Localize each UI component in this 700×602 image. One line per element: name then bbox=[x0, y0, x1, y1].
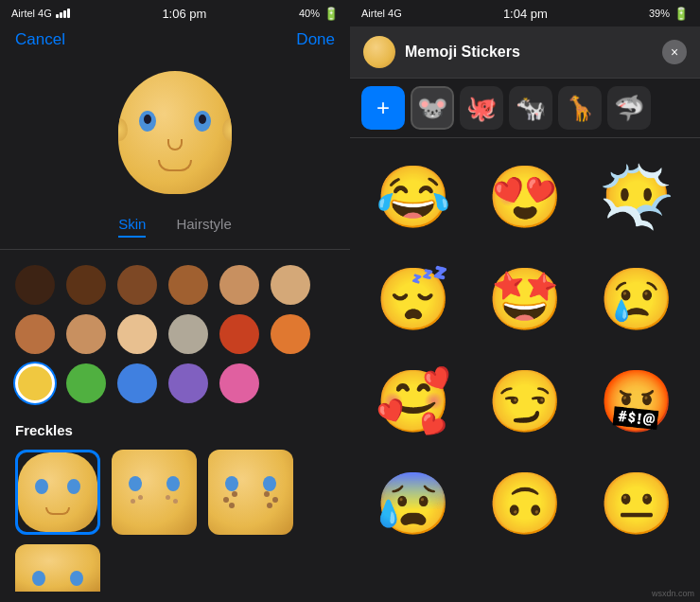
color-dot[interactable] bbox=[117, 314, 157, 354]
right-status-right: 39% 🔋 bbox=[649, 7, 689, 21]
memoji-stickers-header: Memoji Stickers × bbox=[350, 27, 700, 79]
left-panel: Airtel 4G 1:06 pm 40% 🔋 Cancel Done bbox=[0, 0, 350, 602]
bar2 bbox=[60, 12, 62, 18]
left-status-left: Airtel 4G bbox=[11, 8, 70, 19]
segment-skin[interactable]: Skin bbox=[118, 216, 146, 238]
freckles-options bbox=[15, 450, 335, 535]
sticker-blank[interactable]: 😐 bbox=[589, 456, 684, 551]
add-emoji-button[interactable]: + bbox=[361, 86, 405, 130]
battery-icon-left: 🔋 bbox=[324, 7, 339, 21]
left-time: 1:06 pm bbox=[162, 7, 206, 21]
header-title: Memoji Stickers bbox=[405, 44, 520, 61]
left-status-bar: Airtel 4G 1:06 pm 40% 🔋 bbox=[0, 0, 350, 27]
emoji-type-giraffe[interactable]: 🦒 bbox=[558, 86, 602, 130]
freckles-option-light[interactable] bbox=[112, 450, 197, 535]
bar1 bbox=[56, 14, 59, 18]
emoji-type-bar: + 🐭 🐙 🐄 🦒 🦈 bbox=[350, 79, 700, 138]
emoji-type-shark[interactable]: 🦈 bbox=[607, 86, 651, 130]
left-carrier: Airtel 4G bbox=[11, 8, 52, 19]
right-status-left: Airtel 4G bbox=[361, 8, 402, 19]
sticker-in-love[interactable]: 🥰 bbox=[366, 354, 461, 449]
segment-hairstyle[interactable]: Hairstyle bbox=[176, 216, 231, 238]
sticker-row-1: 😂 😍 😶‍🌫️ bbox=[350, 146, 700, 248]
memoji-preview bbox=[0, 57, 350, 208]
freckles-option-medium[interactable] bbox=[208, 450, 293, 535]
sticker-starstruck[interactable]: 🤩 bbox=[478, 252, 572, 346]
emoji-type-octopus[interactable]: 🐙 bbox=[460, 86, 503, 130]
skin-options bbox=[0, 250, 350, 411]
sticker-row-3: 🥰 😏 🤬 bbox=[350, 350, 700, 452]
emoji-type-mouse[interactable]: 🐭 bbox=[411, 86, 454, 130]
color-dot[interactable] bbox=[219, 363, 259, 403]
color-dot[interactable] bbox=[15, 265, 55, 305]
color-dot[interactable] bbox=[271, 265, 310, 305]
sticker-wink[interactable]: 😏 bbox=[478, 354, 572, 449]
face-circle bbox=[118, 71, 232, 194]
freckles-option-heavy[interactable] bbox=[15, 544, 100, 592]
sticker-smirk[interactable]: 🙃 bbox=[478, 456, 572, 551]
left-nav-bar: Cancel Done bbox=[0, 27, 350, 57]
color-row-2 bbox=[15, 314, 335, 354]
sticker-laughing-cry[interactable]: 😂 bbox=[366, 150, 461, 244]
color-row-1 bbox=[15, 265, 335, 305]
freckles-section: Freckles bbox=[0, 411, 350, 535]
header-left: Memoji Stickers bbox=[363, 36, 520, 68]
face-nose bbox=[167, 139, 183, 150]
freckles-label: Freckles bbox=[15, 422, 335, 438]
stickers-grid: 😂 😍 😶‍🌫️ 😴 🤩 😢 🥰 bbox=[350, 138, 700, 581]
bar4 bbox=[67, 9, 70, 18]
sticker-cloud[interactable]: 😶‍🌫️ bbox=[589, 150, 684, 244]
color-dot[interactable] bbox=[168, 265, 208, 305]
header-avatar bbox=[363, 36, 395, 68]
sticker-heart-eyes[interactable]: 😍 bbox=[478, 150, 572, 244]
right-battery: 39% bbox=[649, 8, 670, 19]
color-dot[interactable] bbox=[66, 314, 106, 354]
right-time: 1:04 pm bbox=[503, 7, 548, 21]
sticker-row-4: 😰 🙃 😐 bbox=[350, 452, 700, 555]
right-carrier: Airtel 4G bbox=[361, 8, 402, 19]
cancel-button[interactable]: Cancel bbox=[15, 30, 65, 49]
watermark-text: wsxdn.com bbox=[652, 589, 694, 598]
right-panel: Airtel 4G 1:04 pm 39% 🔋 Memoji Stickers … bbox=[350, 0, 700, 602]
face-mouth bbox=[158, 160, 192, 171]
color-dot[interactable] bbox=[66, 363, 106, 403]
sticker-crying[interactable]: 😢 bbox=[589, 252, 684, 346]
sticker-censored[interactable]: 🤬 bbox=[589, 354, 684, 449]
face-ear-left bbox=[118, 118, 128, 141]
watermark: wsxdn.com bbox=[350, 581, 700, 602]
left-status-right: 40% 🔋 bbox=[299, 7, 339, 21]
freckles-more bbox=[0, 544, 350, 592]
color-row-3 bbox=[15, 363, 335, 403]
signal-bars bbox=[56, 9, 70, 18]
left-battery: 40% bbox=[299, 8, 320, 19]
color-grid bbox=[15, 265, 335, 403]
close-button[interactable]: × bbox=[662, 40, 687, 64]
color-dot[interactable] bbox=[168, 363, 208, 403]
color-dot[interactable] bbox=[271, 314, 310, 354]
memoji-face bbox=[118, 71, 232, 194]
bar3 bbox=[63, 10, 66, 18]
color-dot[interactable] bbox=[168, 314, 208, 354]
color-dot[interactable] bbox=[117, 363, 157, 403]
color-dot[interactable] bbox=[66, 265, 106, 305]
battery-icon-right: 🔋 bbox=[674, 7, 689, 21]
color-dot[interactable] bbox=[15, 314, 55, 354]
face-eye-left bbox=[139, 111, 156, 132]
color-dot[interactable] bbox=[117, 265, 157, 305]
sticker-sweat[interactable]: 😰 bbox=[366, 456, 461, 551]
color-dot[interactable] bbox=[219, 265, 259, 305]
emoji-type-cow[interactable]: 🐄 bbox=[509, 86, 552, 130]
face-eye-right bbox=[194, 111, 211, 132]
face-ear-right bbox=[222, 118, 232, 141]
done-button[interactable]: Done bbox=[296, 30, 335, 49]
sticker-sleeping[interactable]: 😴 bbox=[366, 252, 461, 346]
color-dot[interactable] bbox=[219, 314, 259, 354]
color-dot-selected[interactable] bbox=[15, 363, 55, 403]
segment-control: Skin Hairstyle bbox=[0, 208, 350, 250]
right-status-bar: Airtel 4G 1:04 pm 39% 🔋 bbox=[350, 0, 700, 27]
sticker-row-2: 😴 🤩 😢 bbox=[350, 248, 700, 350]
freckles-option-none[interactable] bbox=[15, 450, 100, 535]
